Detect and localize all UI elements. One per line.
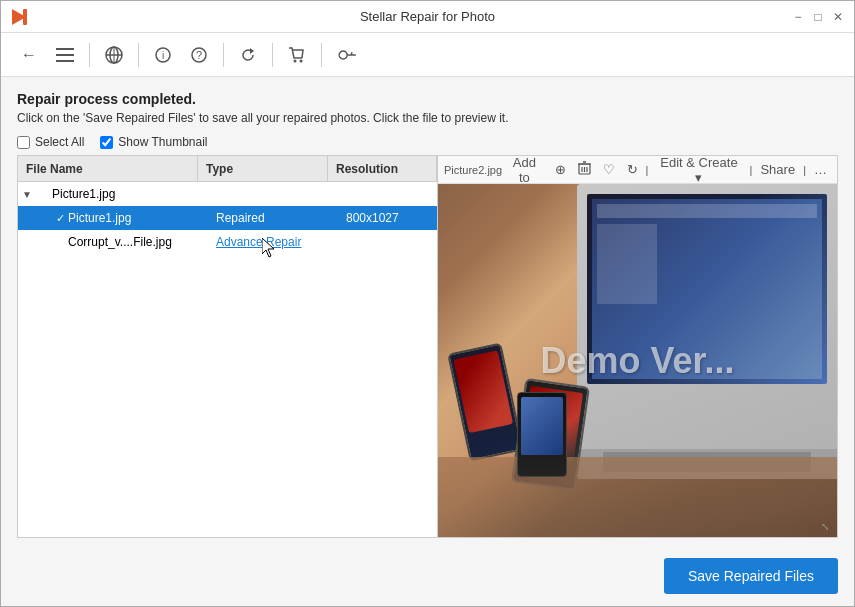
laptop-screen [587, 194, 827, 384]
col-header-resolution: Resolution [328, 156, 437, 181]
separator-5 [321, 43, 322, 67]
svg-rect-4 [56, 60, 74, 62]
screen-content [592, 199, 822, 379]
file-list-header: File Name Type Resolution [18, 156, 437, 182]
preview-toolbar-right: Add to ⊕ ♡ [502, 156, 831, 187]
row-filename: Picture1.jpg [68, 211, 216, 225]
table-row[interactable]: Corrupt_v....File.jpg Advance Repair [18, 230, 437, 254]
svg-text:?: ? [196, 49, 202, 61]
file-list-panel: File Name Type Resolution ▼ Picture1.jpg [18, 156, 438, 537]
col-header-type: Type [198, 156, 328, 181]
phone-1-screen [454, 350, 514, 433]
globe-button[interactable] [98, 39, 130, 71]
window-controls: − □ ✕ [790, 9, 846, 25]
laptop-body [577, 184, 837, 479]
key-button[interactable] [330, 39, 362, 71]
svg-marker-13 [250, 48, 254, 54]
menu-button[interactable] [49, 39, 81, 71]
cart-button[interactable] [281, 39, 313, 71]
resize-handle[interactable]: ⤡ [821, 521, 833, 533]
select-all-label[interactable]: Select All [17, 135, 84, 149]
info-button[interactable]: i [147, 39, 179, 71]
row-resolution: 800x1027 [346, 211, 433, 225]
more-button[interactable]: … [810, 160, 831, 179]
row-filename: Corrupt_v....File.jpg [68, 235, 216, 249]
preview-toolbar: Picture2.jpg Add to ⊕ [438, 156, 837, 184]
separator-text2: | [750, 164, 753, 176]
svg-point-14 [294, 59, 297, 62]
file-list-body: ▼ Picture1.jpg ✓ Picture1.jpg Repaired 8… [18, 182, 437, 537]
tree-toggle-icon: ▼ [22, 189, 36, 200]
add-to-button[interactable]: Add to [502, 156, 546, 187]
main-panel: File Name Type Resolution ▼ Picture1.jpg [17, 155, 838, 538]
edit-create-button[interactable]: Edit & Create ▾ [652, 156, 745, 187]
separator-2 [138, 43, 139, 67]
separator-text3: | [803, 164, 806, 176]
separator-4 [272, 43, 273, 67]
heart-button[interactable]: ♡ [599, 160, 619, 179]
preview-filename: Picture2.jpg [444, 164, 502, 176]
preview-image-container: Demo Ver... ⤡ [438, 184, 837, 537]
save-repaired-files-button[interactable]: Save Repaired Files [664, 558, 838, 594]
rotate-button[interactable]: ↻ [623, 160, 642, 179]
content-area: Repair process completed. Click on the '… [1, 77, 854, 546]
zoom-in-button[interactable]: ⊕ [551, 160, 570, 179]
svg-point-15 [300, 59, 303, 62]
preview-panel: Picture2.jpg Add to ⊕ [438, 156, 837, 537]
app-icon [9, 7, 29, 27]
checkbox-row: Select All Show Thumbnail [17, 135, 838, 149]
toolbar: ← i ? [1, 33, 854, 77]
preview-toolbar-left: Picture2.jpg [444, 164, 502, 176]
status-description: Click on the 'Save Repaired Files' to sa… [17, 111, 838, 125]
title-bar: Stellar Repair for Photo − □ ✕ [1, 1, 854, 33]
select-all-checkbox[interactable] [17, 136, 30, 149]
maximize-button[interactable]: □ [810, 9, 826, 25]
window-title: Stellar Repair for Photo [360, 9, 495, 24]
preview-photo [438, 184, 837, 537]
advance-repair-link[interactable]: Advance Repair [216, 235, 301, 249]
show-thumbnail-label[interactable]: Show Thumbnail [100, 135, 207, 149]
svg-point-16 [338, 49, 349, 60]
help-button[interactable]: ? [183, 39, 215, 71]
phone-1 [447, 342, 524, 461]
show-thumbnail-text: Show Thumbnail [118, 135, 207, 149]
row-filename: Picture1.jpg [52, 187, 200, 201]
close-button[interactable]: ✕ [830, 9, 846, 25]
row-type: Advance Repair [216, 235, 346, 249]
title-bar-left [9, 7, 29, 27]
separator-3 [223, 43, 224, 67]
main-window: Stellar Repair for Photo − □ ✕ ← [0, 0, 855, 607]
svg-rect-1 [23, 9, 27, 25]
taskbar-sim [597, 204, 817, 218]
col-header-filename: File Name [18, 156, 198, 181]
select-all-text: Select All [35, 135, 84, 149]
icon-sim [597, 224, 657, 304]
delete-button[interactable] [574, 159, 595, 180]
svg-rect-3 [56, 54, 74, 56]
status-title: Repair process completed. [17, 91, 838, 107]
table-row[interactable]: ▼ Picture1.jpg [18, 182, 437, 206]
share-button[interactable]: Share [756, 160, 799, 179]
row-type: Repaired [216, 211, 346, 225]
bottom-bar: Save Repaired Files [1, 546, 854, 606]
table-row[interactable]: ✓ Picture1.jpg Repaired 800x1027 [18, 206, 437, 230]
svg-line-18 [350, 52, 353, 55]
refresh-button[interactable] [232, 39, 264, 71]
minimize-button[interactable]: − [790, 9, 806, 25]
device-3 [517, 392, 567, 477]
show-thumbnail-checkbox[interactable] [100, 136, 113, 149]
device-3-screen [521, 397, 563, 455]
svg-text:i: i [162, 50, 164, 61]
svg-rect-2 [56, 48, 74, 50]
back-button[interactable]: ← [13, 39, 45, 71]
separator-text: | [646, 164, 649, 176]
separator-1 [89, 43, 90, 67]
wood-surface [438, 457, 837, 537]
row-checkbox: ✓ [52, 212, 68, 225]
